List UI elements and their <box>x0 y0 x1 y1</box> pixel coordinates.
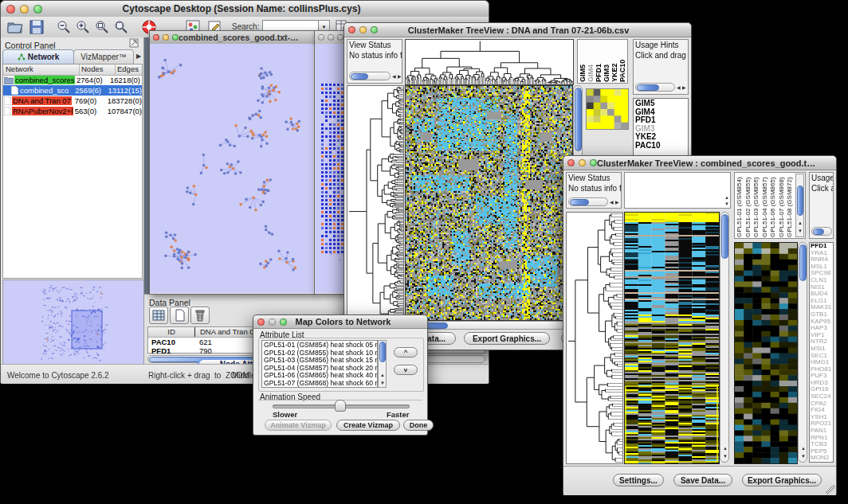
column-label[interactable]: GPL51-02 (GSM855) <box>744 174 753 237</box>
scroll-up-arrow[interactable]: ▲ <box>723 446 728 451</box>
zoom-out-icon[interactable] <box>57 20 71 34</box>
scroll-left-arrow[interactable]: ◀ <box>677 85 681 90</box>
close-button[interactable] <box>567 159 575 166</box>
network-row-dna-tran[interactable]: DNA and Tran 07 769(0) 183728(0) <box>3 96 142 106</box>
scroll-down-arrow[interactable]: ▼ <box>380 381 385 385</box>
column-label[interactable]: YKE2 <box>610 41 618 82</box>
minimize-button[interactable] <box>359 26 367 33</box>
minimize-button[interactable] <box>579 159 586 166</box>
open-session-icon[interactable] <box>7 20 23 34</box>
zoom-selected-icon[interactable] <box>95 20 109 34</box>
column-label[interactable]: GPL51-06 (GSM865) <box>769 174 778 237</box>
network-row-combined-sco[interactable]: combined_sco 2569(6) 13112(15) <box>3 85 142 96</box>
scroll-up-arrow[interactable]: ▲ <box>724 195 729 200</box>
network-overview-minimap[interactable] <box>2 279 144 365</box>
tab-network[interactable]: Network <box>2 49 74 64</box>
tv2-heatmap-vscrollbar[interactable]: ▲ ▼ <box>720 212 729 463</box>
scroll-left-arrow[interactable]: ◀ <box>392 74 396 79</box>
zoom-button[interactable] <box>337 34 344 41</box>
scroll-down-arrow[interactable]: ▼ <box>798 229 803 233</box>
column-label[interactable]: GIM5 <box>579 41 587 82</box>
tv1-heatmap[interactable] <box>405 85 573 321</box>
resize-grip[interactable] <box>826 485 835 494</box>
tv1-usage-scrollbar[interactable] <box>635 83 675 92</box>
column-label[interactable]: PAC10 <box>618 41 626 82</box>
gene-list-item[interactable]: YKE2 <box>635 133 686 142</box>
zoom-button[interactable] <box>590 159 597 166</box>
column-label[interactable]: GIM3 <box>603 41 610 82</box>
tv1-column-dendrogram[interactable] <box>405 39 574 85</box>
treeview2-titlebar[interactable]: ClusterMaker TreeView : combined_scores_… <box>563 156 836 170</box>
scroll-thumb[interactable] <box>637 84 659 91</box>
dialog-titlebar[interactable]: Map Colors to Network <box>253 315 427 329</box>
close-button[interactable] <box>318 34 324 41</box>
float-panel-icon[interactable] <box>129 38 139 48</box>
scroll-thumb[interactable] <box>813 229 824 235</box>
zoom-button[interactable] <box>172 34 179 41</box>
close-button[interactable] <box>6 5 15 14</box>
scroll-right-arrow[interactable]: ▶ <box>398 74 402 79</box>
column-label[interactable]: GPL51-04 (GSM857) <box>761 174 770 237</box>
id-column-header[interactable]: ID <box>148 327 195 337</box>
tv2-zoom-vscrollbar[interactable]: ▲ ▼ <box>798 242 807 463</box>
tv1-zoom-matrix[interactable] <box>586 88 629 130</box>
scroll-up-arrow[interactable]: ▲ <box>380 373 385 377</box>
scroll-thumb[interactable] <box>575 88 582 151</box>
delete-attribute-icon[interactable] <box>190 307 210 324</box>
minimize-button[interactable] <box>328 34 334 41</box>
new-attribute-icon[interactable] <box>170 307 189 324</box>
tv2-usage-scrollbar[interactable] <box>811 227 832 236</box>
close-button[interactable] <box>153 34 159 41</box>
network-canvas-1[interactable] <box>150 44 313 293</box>
tv1-status-scrollbar[interactable] <box>349 72 391 80</box>
scroll-left-arrow[interactable]: ◀ <box>610 200 614 205</box>
tv2-zoom-heatmap[interactable] <box>734 242 798 464</box>
minimize-button[interactable] <box>269 318 276 326</box>
tab-vizmapper[interactable]: VizMapper™ <box>73 49 134 64</box>
network-row-combined-scores[interactable]: combined_scores 2764(0) 16218(0) <box>3 75 142 85</box>
network-row-rnapuber[interactable]: RNAPuberNov2+l 563(0) 107847(0) <box>3 106 142 116</box>
scroll-up-arrow[interactable]: ▲ <box>801 446 806 451</box>
minimize-button[interactable] <box>163 34 169 41</box>
scroll-down-arrow[interactable]: ▼ <box>724 201 729 206</box>
save-session-icon[interactable] <box>29 20 44 34</box>
gene-list-item[interactable]: PAC10 <box>635 142 686 150</box>
scroll-down-arrow[interactable]: ▼ <box>723 454 728 459</box>
zoom-button[interactable] <box>280 318 287 326</box>
animate-vizmap-button[interactable]: Animate Vizmap <box>265 420 332 431</box>
tv2-export-graphics-button[interactable]: Export Graphics... <box>742 474 822 486</box>
tab-overflow-button[interactable]: ▶ <box>134 51 143 62</box>
column-label[interactable]: GIM4 <box>587 41 595 82</box>
scroll-thumb[interactable] <box>379 342 386 362</box>
tv1-export-graphics-button[interactable]: Export Graphics... <box>464 332 550 345</box>
done-button[interactable]: Done <box>403 420 434 431</box>
tv2-row-dendrogram[interactable] <box>566 212 623 464</box>
tv2-status-scrollbar[interactable] <box>568 197 608 206</box>
column-label[interactable]: GPL51-07 (GSM868) <box>778 174 787 237</box>
scroll-thumb[interactable] <box>797 186 803 216</box>
select-attributes-icon[interactable] <box>149 307 168 324</box>
scroll-thumb[interactable] <box>351 73 368 80</box>
zoom-button[interactable] <box>371 26 378 33</box>
gene-list-item[interactable]: MON2 <box>811 455 832 462</box>
scroll-up-arrow[interactable]: ▲ <box>798 221 803 225</box>
speed-slider-thumb[interactable] <box>335 400 346 412</box>
column-label[interactable]: GPL51-08 (GSM872) <box>786 174 795 237</box>
col-network[interactable]: Network <box>3 64 80 75</box>
gene-list-item[interactable]: GIM5 <box>635 100 686 108</box>
zoom-fit-icon[interactable] <box>114 20 128 34</box>
treeview1-titlebar[interactable]: ClusterMaker TreeView : DNA and Tran 07-… <box>344 23 691 37</box>
tv2-labels-scrollbar[interactable]: ▲ ▼ <box>795 174 804 237</box>
zoom-button[interactable] <box>33 5 42 14</box>
attribute-list-item[interactable]: GPL51-07 (GSM868) heat shock 60 min <box>264 380 375 388</box>
scroll-thumb[interactable] <box>799 244 807 281</box>
column-label[interactable]: PFD1 <box>595 41 603 82</box>
scroll-thumb[interactable] <box>721 214 728 259</box>
column-label[interactable]: GPL51-03 (GSM856) <box>752 174 761 237</box>
scroll-thumb[interactable] <box>570 199 589 205</box>
tv1-heatmap-hscrollbar[interactable] <box>405 321 572 330</box>
minimize-button[interactable] <box>20 5 29 14</box>
main-titlebar[interactable]: Cytoscape Desktop (Session Name: collins… <box>1 1 489 18</box>
move-down-button[interactable]: v <box>394 365 418 375</box>
tv2-heatmap[interactable] <box>624 212 720 464</box>
